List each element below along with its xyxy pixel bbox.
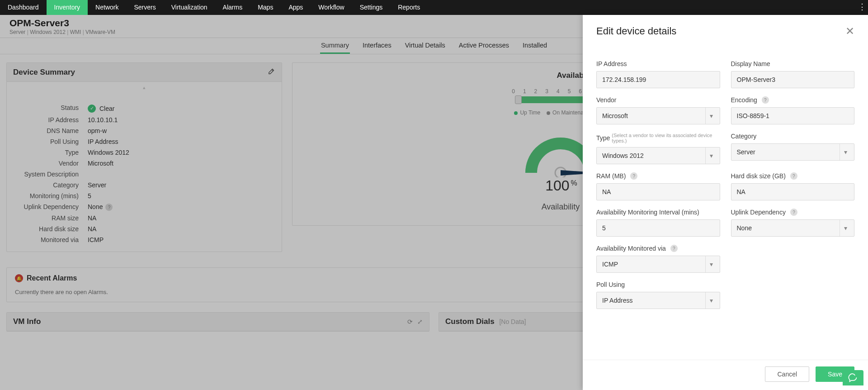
nav-item-apps[interactable]: Apps: [281, 0, 311, 15]
nav-item-dashboard[interactable]: Dashboard: [0, 0, 47, 15]
chevron-down-icon: ▾: [705, 147, 717, 164]
cancel-button[interactable]: Cancel: [765, 366, 809, 382]
ip-address-input[interactable]: [596, 71, 720, 88]
nav-item-settings[interactable]: Settings: [352, 0, 391, 15]
chevron-down-icon: ▾: [840, 220, 851, 236]
edit-device-drawer: Edit device details ✕ IP Address Display…: [583, 15, 868, 390]
help-icon[interactable]: ?: [790, 209, 797, 216]
nav-item-alarms[interactable]: Alarms: [215, 0, 250, 15]
poll-select[interactable]: IP Address▾: [596, 292, 720, 309]
hdd-input[interactable]: [731, 183, 855, 200]
drawer-title: Edit device details: [596, 25, 676, 37]
nav-item-maps[interactable]: Maps: [250, 0, 281, 15]
chevron-down-icon: ▾: [705, 292, 717, 309]
poll-label: Poll Using: [596, 281, 720, 288]
ami-input[interactable]: [596, 219, 720, 237]
help-icon[interactable]: ?: [762, 96, 769, 104]
chat-icon[interactable]: [843, 370, 863, 385]
nav-item-servers[interactable]: Servers: [126, 0, 163, 15]
chevron-down-icon: ▾: [840, 144, 851, 160]
display-name-input[interactable]: [731, 71, 855, 88]
chevron-down-icon: ▾: [705, 108, 717, 124]
uplink-label: Uplink Dependency?: [731, 209, 855, 216]
vendor-select[interactable]: Microsoft▾: [596, 107, 720, 124]
encoding-label: Encoding?: [731, 96, 855, 104]
category-select[interactable]: Server▾: [731, 143, 855, 161]
nav-item-virtualization[interactable]: Virtualization: [164, 0, 215, 15]
nav-item-network[interactable]: Network: [88, 0, 126, 15]
amv-label: Availability Monitored via?: [596, 245, 720, 252]
ram-label: RAM (MB)?: [596, 172, 720, 180]
ram-input[interactable]: [596, 183, 720, 200]
ip-address-label: IP Address: [596, 60, 720, 67]
hdd-label: Hard disk size (GB)?: [731, 172, 855, 180]
help-icon[interactable]: ?: [790, 172, 797, 180]
category-label: Category: [731, 133, 855, 140]
chevron-down-icon: ▾: [705, 256, 717, 272]
vendor-label: Vendor: [596, 96, 720, 104]
amv-select[interactable]: ICMP▾: [596, 256, 720, 273]
nav-item-workflow[interactable]: Workflow: [311, 0, 352, 15]
help-icon[interactable]: ?: [670, 245, 678, 252]
encoding-input[interactable]: [731, 107, 855, 124]
nav-item-inventory[interactable]: Inventory: [47, 0, 88, 15]
type-select[interactable]: Windows 2012▾: [596, 147, 720, 164]
display-name-label: Display Name: [731, 60, 855, 67]
uplink-select[interactable]: None▾: [731, 219, 855, 237]
nav-item-reports[interactable]: Reports: [390, 0, 428, 15]
menu-dots-icon[interactable]: ⋮: [858, 2, 866, 12]
ami-label: Availability Monitoring Interval (mins): [596, 209, 720, 216]
close-icon[interactable]: ✕: [845, 25, 854, 38]
help-icon[interactable]: ?: [630, 172, 637, 180]
top-nav: DashboardInventoryNetworkServersVirtuali…: [0, 0, 868, 15]
type-label: Type(Select a vendor to view its associa…: [596, 133, 720, 143]
